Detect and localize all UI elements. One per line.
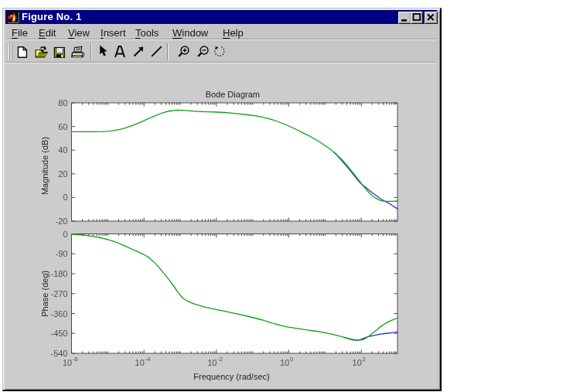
- svg-text:10: 10: [63, 358, 72, 367]
- svg-text:-540: -540: [50, 349, 67, 358]
- svg-text:10: 10: [135, 358, 145, 367]
- svg-text:10: 10: [353, 358, 362, 367]
- svg-text:-270: -270: [50, 289, 67, 298]
- svg-text:-180: -180: [50, 269, 67, 278]
- svg-text:-6: -6: [73, 356, 79, 363]
- svg-text:-90: -90: [56, 249, 68, 258]
- svg-text:10: 10: [280, 358, 289, 367]
- svg-text:Bode Diagram: Bode Diagram: [206, 90, 260, 99]
- svg-text:-20: -20: [56, 216, 68, 226]
- svg-text:Magnitude (dB): Magnitude (dB): [40, 137, 49, 195]
- svg-text:-4: -4: [145, 356, 151, 363]
- svg-text:40: 40: [58, 145, 67, 155]
- svg-text:0: 0: [63, 193, 67, 202]
- svg-text:Frequency (rad/sec): Frequency (rad/sec): [193, 372, 269, 381]
- svg-text:0: 0: [290, 356, 294, 363]
- svg-text:60: 60: [58, 122, 67, 131]
- svg-text:20: 20: [58, 169, 67, 179]
- svg-text:-450: -450: [50, 329, 67, 338]
- svg-text:10: 10: [207, 358, 217, 367]
- svg-text:Phase (deg): Phase (deg): [40, 271, 49, 317]
- svg-text:2: 2: [362, 356, 366, 363]
- svg-text:0: 0: [63, 230, 67, 239]
- svg-text:-360: -360: [50, 309, 67, 319]
- svg-text:80: 80: [58, 98, 67, 107]
- svg-text:-2: -2: [217, 356, 223, 363]
